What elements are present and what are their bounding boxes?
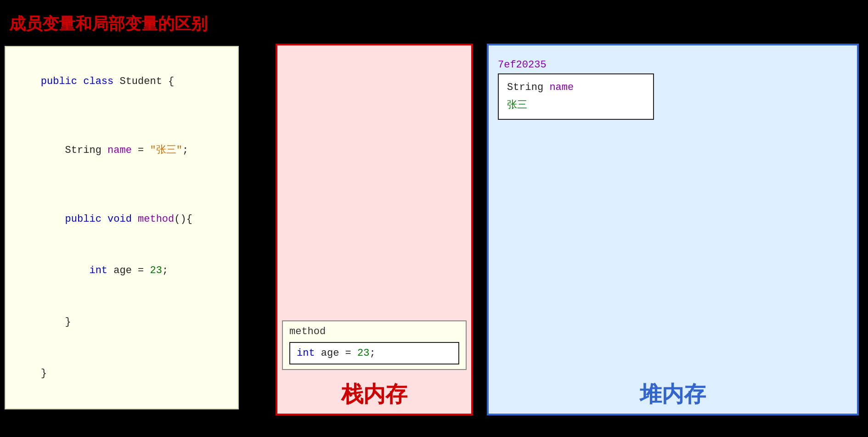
semi-1: ;: [182, 145, 188, 156]
code-line-7: }: [17, 296, 227, 347]
string-value: "张三": [150, 145, 182, 156]
age-semi: ;: [369, 347, 375, 359]
semi-2: ;: [162, 265, 168, 276]
keyword-int: int: [41, 265, 113, 276]
close-method: }: [41, 316, 71, 328]
keyword-public2: public: [41, 213, 107, 225]
age-assign: age =: [315, 347, 357, 359]
stack-panel: method int age = 23; 栈内存: [276, 44, 473, 415]
heap-field-type: String name: [507, 82, 645, 93]
class-name: Student {: [119, 76, 174, 87]
heap-field-name: name: [549, 82, 574, 93]
code-line-blank-1: [17, 107, 227, 124]
keyword-public: public: [41, 76, 83, 87]
code-line-1: public class Student {: [17, 56, 227, 107]
val-23: 23: [150, 265, 162, 276]
string-type: String: [507, 82, 549, 93]
indent-1: String: [41, 145, 107, 156]
int-keyword: int: [297, 347, 315, 359]
heap-address: 7ef20235: [498, 59, 654, 71]
heap-field-value: 张三: [507, 98, 645, 112]
heap-object: 7ef20235 String name 张三: [498, 59, 654, 120]
field-name: name: [107, 145, 132, 156]
close-class: }: [41, 368, 47, 379]
code-panel: public class Student { String name = "张三…: [5, 46, 239, 409]
heap-object-box: String name 张三: [498, 73, 654, 120]
assign-1: =: [132, 145, 150, 156]
keyword-class: class: [83, 76, 119, 87]
method-name: method: [138, 213, 174, 225]
method-var-box: int age = 23;: [289, 342, 459, 364]
method-frame: method int age = 23;: [282, 320, 467, 370]
age-value: 23: [357, 347, 369, 359]
stack-label: 栈内存: [277, 380, 471, 409]
keyword-void: void: [107, 213, 138, 225]
heap-panel: 7ef20235 String name 张三 堆内存: [487, 44, 859, 415]
heap-label: 堆内存: [489, 380, 857, 409]
method-brace: (){: [174, 213, 192, 225]
var-age: age =: [113, 265, 150, 276]
code-line-8: }: [17, 348, 227, 399]
code-line-3: String name = "张三";: [17, 125, 227, 176]
method-frame-title: method: [289, 326, 459, 337]
code-line-blank-2: [17, 176, 227, 193]
page-title: 成员变量和局部变量的区别: [9, 13, 208, 35]
code-line-6: int age = 23;: [17, 245, 227, 296]
code-line-5: public void method(){: [17, 193, 227, 245]
